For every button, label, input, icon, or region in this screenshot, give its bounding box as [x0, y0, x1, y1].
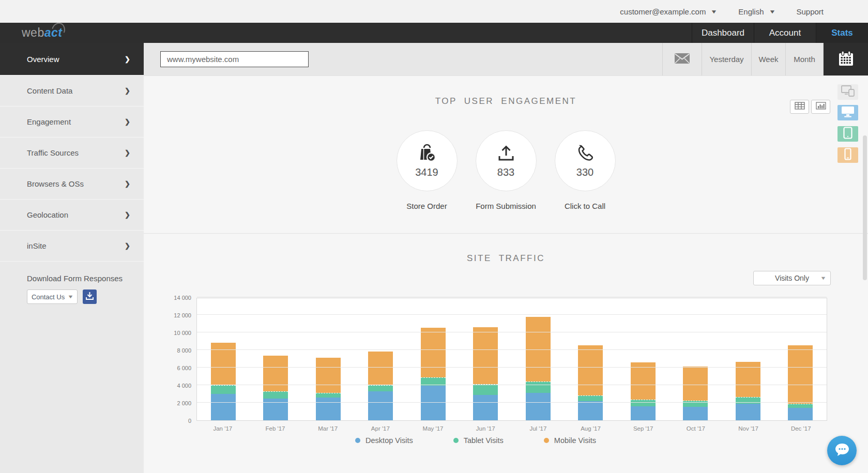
- form-select-value: Contact Us: [32, 293, 65, 301]
- range-button-week[interactable]: Week: [751, 43, 785, 75]
- mobile-icon: [844, 148, 851, 162]
- stacked-bar-oct-17[interactable]: [683, 367, 708, 420]
- sidebar-item-label: Engagement: [27, 117, 71, 126]
- chart-x-axis: Jan '17Feb '17Mar '17Apr '17May '17Jun '…: [196, 425, 827, 432]
- gridline: [197, 349, 827, 350]
- chat-widget-button[interactable]: [827, 436, 857, 465]
- section-divider: [144, 233, 868, 234]
- support-label: Support: [796, 7, 824, 16]
- stacked-bar-feb-17[interactable]: [263, 356, 288, 420]
- bar-segment-mobile-visits: [368, 352, 393, 385]
- chart-view-button[interactable]: [811, 100, 830, 114]
- sidebar-item-insite[interactable]: inSite❯: [0, 231, 144, 262]
- bar-segment-desktop-visits: [316, 398, 341, 420]
- x-tick-label: Nov '17: [722, 425, 775, 432]
- nav-item-account[interactable]: Account: [754, 23, 816, 43]
- stacked-bar-may-17[interactable]: [421, 328, 446, 420]
- sidebar-item-label: Overview: [27, 55, 59, 64]
- nav-item-dashboard[interactable]: Dashboard: [692, 23, 754, 43]
- toolbar-right: YesterdayWeekMonth: [662, 43, 868, 75]
- gridline: [197, 332, 827, 332]
- form-select[interactable]: Contact Us ▼: [27, 289, 78, 304]
- bar-segment-mobile-visits: [263, 356, 288, 392]
- x-tick-label: May '17: [407, 425, 460, 432]
- bar-segment-tablet-visits: [473, 384, 498, 395]
- metric-value: 833: [497, 166, 514, 178]
- metric-label: Store Order: [387, 202, 466, 210]
- chevron-right-icon: ❯: [125, 242, 130, 250]
- metric-value: 330: [576, 166, 593, 178]
- sidebar-item-engagement[interactable]: Engagement❯: [0, 106, 144, 138]
- support-link[interactable]: Support: [796, 7, 824, 16]
- filter-toolbar: YesterdayWeekMonth: [144, 43, 868, 75]
- y-tick-label: 12 000: [158, 312, 191, 318]
- gridline: [197, 402, 827, 403]
- bar-segment-desktop-visits: [788, 408, 813, 420]
- y-tick-label: 4 000: [158, 383, 191, 389]
- bar-segment-desktop-visits: [211, 394, 236, 421]
- language-menu[interactable]: English ▼: [738, 7, 774, 16]
- chart-view-icon: [816, 102, 826, 112]
- nav-item-stats[interactable]: Stats: [816, 23, 868, 43]
- metric-circle-click-to-call[interactable]: 330: [555, 130, 616, 191]
- metric-circle-store-order[interactable]: 3419: [397, 130, 458, 191]
- sidebar-item-label: inSite: [27, 241, 47, 250]
- device-toggle-mobile[interactable]: [837, 147, 858, 163]
- device-toggle-desktop[interactable]: [837, 105, 858, 120]
- metric-circle-form-submission[interactable]: 833: [476, 130, 537, 191]
- top-utility-bar: customer@example.com ▼ English ▼ Support: [0, 0, 868, 23]
- sidebar-item-traffic-sources[interactable]: Traffic Sources❯: [0, 138, 144, 169]
- legend-label: Desktop Visits: [366, 436, 413, 445]
- sidebar-item-overview[interactable]: Overview❯: [0, 43, 144, 75]
- sidebar-item-browsers-oss[interactable]: Browsers & OSs❯: [0, 169, 144, 200]
- sidebar-item-label: Content Data: [27, 86, 72, 95]
- bar-segment-tablet-visits: [368, 385, 393, 392]
- legend-item-desktop-visits[interactable]: Desktop Visits: [355, 436, 413, 445]
- chevron-right-icon: ❯: [125, 55, 130, 63]
- legend-item-mobile-visits[interactable]: Mobile Visits: [544, 436, 596, 445]
- range-button-month[interactable]: Month: [785, 43, 823, 75]
- x-tick-label: Sep '17: [617, 425, 669, 432]
- calendar-button[interactable]: [823, 43, 868, 75]
- legend-item-tablet-visits[interactable]: Tablet Visits: [453, 436, 504, 445]
- bar-segment-desktop-visits: [578, 401, 603, 420]
- bar-segment-desktop-visits: [683, 407, 708, 420]
- stacked-bar-jun-17[interactable]: [473, 327, 498, 420]
- range-button-yesterday[interactable]: Yesterday: [702, 43, 751, 75]
- sidebar-item-geolocation[interactable]: Geolocation❯: [0, 200, 144, 231]
- webact-logo[interactable]: webact: [22, 26, 62, 40]
- x-tick-label: Oct '17: [669, 425, 722, 432]
- bar-segment-tablet-visits: [788, 404, 813, 408]
- bar-segment-tablet-visits: [631, 400, 656, 406]
- legend-label: Mobile Visits: [554, 436, 596, 445]
- logo-text-web: web: [22, 26, 44, 39]
- bar-segment-tablet-visits: [211, 385, 236, 394]
- download-form-row: Contact Us ▼: [27, 289, 144, 304]
- bar-segment-mobile-visits: [473, 327, 498, 384]
- device-toggle-all-devices[interactable]: [837, 84, 858, 100]
- stacked-bar-nov-17[interactable]: [736, 362, 760, 420]
- stacked-bar-apr-17[interactable]: [368, 352, 393, 420]
- mail-icon: [675, 53, 690, 65]
- stacked-bar-jan-17[interactable]: [211, 343, 236, 420]
- click-to-call-icon: [575, 143, 595, 165]
- sidebar-item-content-data[interactable]: Content Data❯: [0, 75, 144, 106]
- table-view-button[interactable]: [790, 100, 809, 114]
- download-icon: [86, 292, 94, 302]
- y-tick-label: 2 000: [158, 400, 191, 406]
- stacked-bar-dec-17[interactable]: [788, 345, 813, 420]
- email-report-button[interactable]: [662, 43, 702, 75]
- main-content: TOP USER ENGAGEMENT 3419833330 Store Ord…: [144, 75, 868, 473]
- chevron-down-icon: ▼: [769, 9, 776, 14]
- stacked-bar-aug-17[interactable]: [578, 345, 603, 420]
- form-submission-icon: [496, 143, 516, 165]
- website-input[interactable]: [160, 51, 309, 67]
- traffic-filter-select[interactable]: Visits Only ▼: [753, 271, 831, 285]
- device-toggle-tablet[interactable]: [837, 126, 858, 142]
- gridline: [197, 367, 827, 368]
- chat-icon: [834, 443, 850, 459]
- vertical-scrollbar[interactable]: [863, 135, 867, 280]
- account-email-menu[interactable]: customer@example.com ▼: [620, 7, 717, 16]
- stacked-bar-sep-17[interactable]: [631, 362, 656, 420]
- download-button[interactable]: [83, 289, 97, 304]
